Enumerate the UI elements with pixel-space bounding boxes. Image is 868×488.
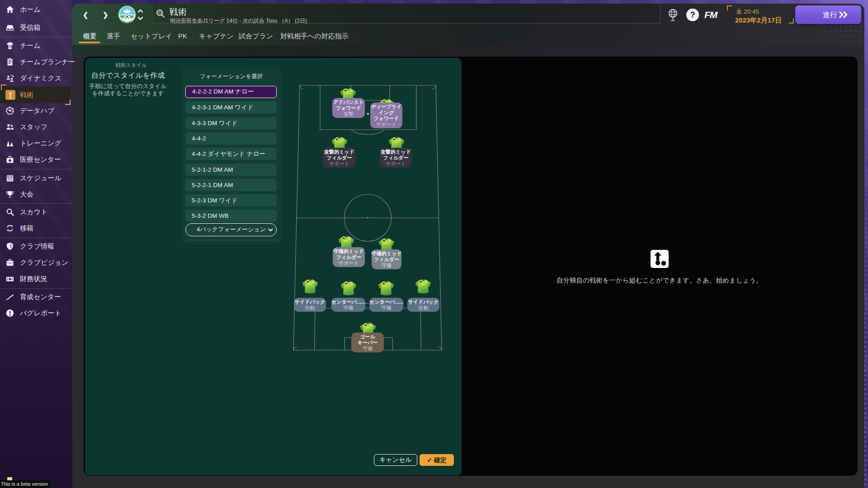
svg-text:11: 11 <box>8 45 12 48</box>
